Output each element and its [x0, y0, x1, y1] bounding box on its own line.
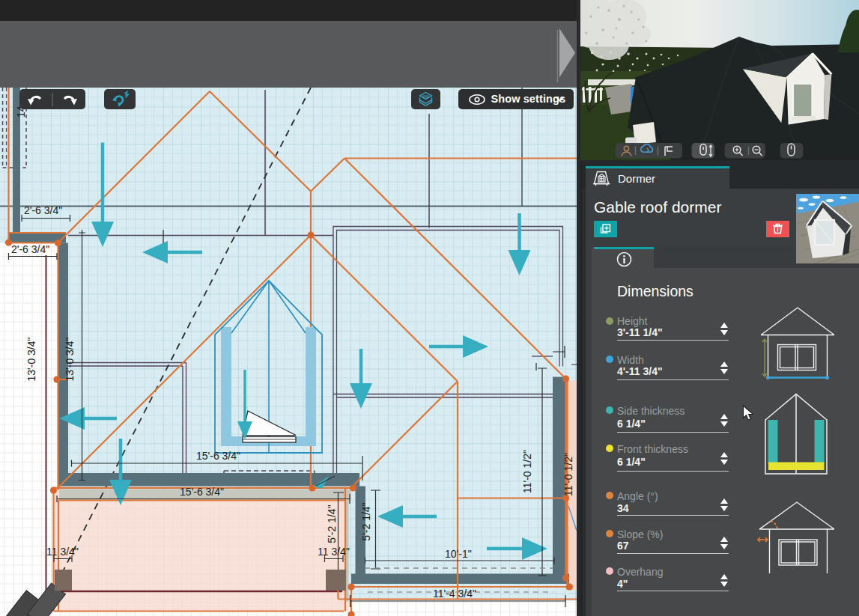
svg-text:11 3/4": 11 3/4" [46, 546, 79, 558]
svg-text:15'-6 3/4": 15'-6 3/4" [196, 450, 240, 462]
svg-text:11'-4 3/4": 11'-4 3/4" [433, 588, 476, 600]
svg-text:2'-6 3/4": 2'-6 3/4" [11, 243, 49, 255]
svg-text:11 3/4": 11 3/4" [318, 546, 350, 558]
svg-text:11'-0 1/2": 11'-0 1/2" [562, 453, 574, 496]
svg-text:13'-0 3/4": 13'-0 3/4" [25, 337, 37, 381]
svg-text:13'-0 3/4": 13'-0 3/4" [64, 337, 76, 381]
svg-text:2'-6 3/4": 2'-6 3/4" [24, 204, 62, 216]
svg-text:11'-0 1/2": 11'-0 1/2" [521, 450, 533, 493]
svg-text:5'-2 1/4": 5'-2 1/4" [360, 502, 372, 540]
svg-text:5'-2 1/4": 5'-2 1/4" [326, 504, 338, 543]
svg-text:10'-1": 10'-1" [445, 548, 472, 560]
svg-text:15'-6 3/4": 15'-6 3/4" [180, 486, 224, 498]
